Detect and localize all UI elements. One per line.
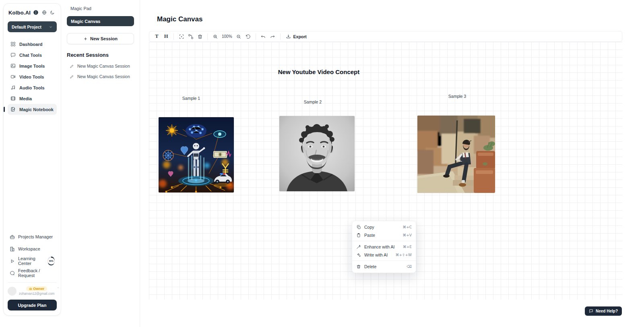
toolbar-separator bbox=[256, 33, 256, 40]
page-title: Magic Canvas bbox=[157, 15, 202, 23]
sidebar-item-video-tools[interactable]: Video Tools bbox=[8, 71, 57, 82]
need-help-label: Need Help? bbox=[596, 309, 618, 313]
menu-item-shortcut: ⌘+⇧+W bbox=[395, 253, 412, 257]
text-tool-label: T bbox=[155, 33, 158, 39]
dashboard-grid-icon bbox=[10, 41, 16, 47]
sidebar-item-label: Video Tools bbox=[19, 75, 44, 79]
footer-item-label: Feedback / Request bbox=[18, 268, 55, 278]
sidebar-item-projects-manager[interactable]: Projects Manager bbox=[8, 231, 57, 243]
language-globe-icon[interactable] bbox=[42, 10, 47, 15]
session-item-label: New Magic Canvas Session bbox=[77, 64, 130, 68]
heading-tool-label: H bbox=[164, 33, 168, 39]
menu-item-shortcut: ⌘+V bbox=[402, 233, 412, 237]
sidebar-item-dashboard[interactable]: Dashboard bbox=[8, 39, 57, 50]
sample-2-image[interactable] bbox=[279, 116, 355, 191]
text-tool-button[interactable]: T bbox=[152, 32, 161, 41]
session-list-item[interactable]: New Magic Canvas Session bbox=[67, 74, 134, 79]
delete-tool-button[interactable] bbox=[195, 32, 204, 41]
plus-icon bbox=[83, 37, 88, 41]
new-session-button[interactable]: New Session bbox=[67, 33, 134, 44]
learning-progress-value: 66% bbox=[48, 258, 55, 265]
zoom-level-value[interactable]: 100% bbox=[222, 34, 232, 39]
chat-help-icon bbox=[589, 309, 593, 313]
sidebar: Kolbo.AI Default Project Dashb bbox=[3, 3, 61, 316]
sidebar-item-audio-tools[interactable]: Audio Tools bbox=[8, 82, 57, 93]
new-session-label: New Session bbox=[90, 36, 118, 41]
sidebar-item-label: Dashboard bbox=[19, 42, 42, 47]
panel-item-label: Magic Canvas bbox=[71, 19, 100, 24]
learning-progress-ring: 66% bbox=[47, 257, 55, 265]
session-panel: Magic Pad Magic Canvas New Session Recen… bbox=[61, 0, 140, 327]
sidebar-nav: Dashboard Chat Tools Image Tools Video T… bbox=[8, 39, 57, 115]
brain-logo-icon bbox=[33, 9, 39, 16]
canvas-heading-text[interactable]: New Youtube Video Concept bbox=[278, 68, 360, 75]
context-menu-item-write-with-ai[interactable]: Write with AI ⌘+⇧+W bbox=[352, 251, 416, 259]
ai-select-tool-button[interactable] bbox=[177, 32, 186, 41]
avatar bbox=[8, 287, 17, 296]
need-help-button[interactable]: Need Help? bbox=[585, 306, 622, 316]
media-film-icon bbox=[10, 96, 16, 101]
menu-divider bbox=[352, 261, 416, 261]
menu-item-shortcut: ⌘+E bbox=[403, 245, 412, 249]
context-menu-item-copy[interactable]: Copy ⌘+C bbox=[352, 223, 416, 231]
reset-rotate-button[interactable] bbox=[244, 32, 253, 41]
sidebar-item-media[interactable]: Media bbox=[8, 93, 57, 104]
context-menu-item-delete[interactable]: Delete ⌫ bbox=[352, 263, 416, 271]
panel-item-magic-canvas[interactable]: Magic Canvas bbox=[67, 16, 134, 26]
context-menu-item-enhance-with-ai[interactable]: Enhance with AI ⌘+E bbox=[352, 243, 416, 251]
download-icon bbox=[286, 34, 291, 39]
context-menu-item-paste[interactable]: Paste ⌘+V bbox=[352, 231, 416, 239]
briefcase-icon bbox=[10, 234, 15, 240]
panel-item-magic-pad[interactable]: Magic Pad bbox=[67, 5, 134, 12]
redo-button[interactable] bbox=[268, 32, 277, 41]
chevron-up-icon[interactable] bbox=[57, 286, 60, 289]
video-camera-icon bbox=[10, 74, 16, 79]
chat-bubble-icon bbox=[10, 52, 16, 58]
brand-logo: Kolbo.AI bbox=[8, 10, 31, 16]
menu-item-label: Copy bbox=[364, 225, 374, 230]
sidebar-item-chat-tools[interactable]: Chat Tools bbox=[8, 50, 57, 60]
export-label: Export bbox=[293, 34, 307, 39]
main-area: Magic Canvas T H 100% Export New Youtube… bbox=[140, 0, 644, 327]
dark-mode-moon-icon[interactable] bbox=[50, 10, 55, 15]
toolbar-separator bbox=[173, 33, 174, 40]
footer-item-label: Workspace bbox=[18, 246, 40, 251]
undo-button[interactable] bbox=[259, 32, 268, 41]
project-selector[interactable]: Default Project bbox=[8, 21, 57, 32]
sidebar-item-label: Chat Tools bbox=[19, 53, 42, 58]
user-account-row[interactable]: Owner zoharvan12@gmail.com bbox=[8, 282, 57, 296]
sidebar-item-label: Media bbox=[19, 96, 32, 101]
context-menu: Copy ⌘+C Paste ⌘+V Enhance with AI ⌘+E W… bbox=[352, 221, 416, 273]
zoom-in-button[interactable] bbox=[211, 32, 220, 41]
connector-tool-button[interactable] bbox=[186, 32, 195, 41]
pencil-icon bbox=[70, 64, 74, 68]
user-email: zoharvan12@gmail.com bbox=[19, 292, 54, 296]
sidebar-item-image-tools[interactable]: Image Tools bbox=[8, 60, 57, 71]
sidebar-item-label: Image Tools bbox=[19, 64, 45, 68]
owner-badge-label: Owner bbox=[33, 287, 44, 291]
sidebar-item-workspace[interactable]: Workspace bbox=[8, 243, 57, 255]
canvas-toolbar: T H 100% Export bbox=[149, 31, 622, 42]
sample-1-label[interactable]: Sample 1 bbox=[182, 96, 200, 101]
canvas[interactable]: New Youtube Video Concept Sample 1 Sampl… bbox=[149, 42, 622, 300]
chevron-down-icon bbox=[49, 25, 53, 29]
footer-item-label: Projects Manager bbox=[18, 234, 53, 239]
sidebar-item-learning-center[interactable]: Learning Center 66% bbox=[8, 255, 57, 267]
upgrade-plan-button[interactable]: Upgrade Plan bbox=[8, 300, 57, 310]
toolbar-separator bbox=[280, 33, 281, 40]
export-button[interactable]: Export bbox=[283, 34, 309, 39]
sidebar-item-magic-notebook[interactable]: Magic Notebook bbox=[8, 104, 57, 115]
play-icon bbox=[10, 259, 15, 264]
sample-1-image[interactable] bbox=[159, 117, 234, 192]
sample-3-image[interactable] bbox=[417, 116, 495, 193]
footer-item-label: Learning Center bbox=[18, 256, 43, 266]
sidebar-item-feedback-request[interactable]: Feedback / Request bbox=[8, 267, 57, 279]
music-note-icon bbox=[10, 85, 16, 90]
building-icon bbox=[10, 246, 15, 252]
sample-3-label[interactable]: Sample 3 bbox=[448, 94, 466, 99]
session-list-item[interactable]: New Magic Canvas Session bbox=[67, 64, 134, 68]
heading-tool-button[interactable]: H bbox=[161, 32, 171, 41]
sample-2-label[interactable]: Sample 2 bbox=[304, 99, 322, 104]
crown-icon bbox=[29, 287, 32, 290]
zoom-out-button[interactable] bbox=[234, 32, 244, 41]
